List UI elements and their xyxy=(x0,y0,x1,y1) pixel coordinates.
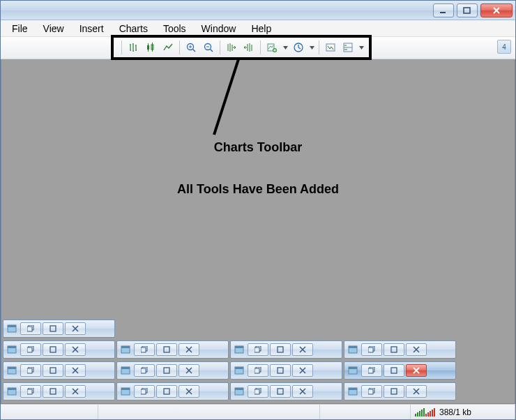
child-maximize-button[interactable] xyxy=(270,343,291,356)
child-close-button[interactable] xyxy=(292,343,313,356)
svg-rect-47 xyxy=(368,347,373,352)
svg-rect-67 xyxy=(368,368,373,373)
maximize-button[interactable] xyxy=(457,3,478,17)
indicators-dropdown[interactable] xyxy=(282,40,289,55)
toolbar-separator xyxy=(319,40,319,54)
child-window-tab[interactable] xyxy=(3,361,115,380)
chart-shift-icon[interactable] xyxy=(241,40,257,55)
chart-window-icon xyxy=(232,343,246,356)
svg-rect-60 xyxy=(235,367,243,369)
child-close-button[interactable] xyxy=(65,343,86,356)
child-maximize-button[interactable] xyxy=(43,385,63,398)
child-window-tab[interactable] xyxy=(344,382,456,400)
child-close-button[interactable] xyxy=(406,364,427,377)
child-restore-button[interactable] xyxy=(248,343,268,356)
child-window-tab[interactable] xyxy=(116,361,229,380)
child-close-button[interactable] xyxy=(65,385,86,398)
child-restore-button[interactable] xyxy=(134,364,155,377)
child-restore-button[interactable] xyxy=(248,385,268,398)
svg-rect-63 xyxy=(278,368,283,373)
svg-rect-88 xyxy=(391,389,397,394)
app-window: File View Insert Charts Tools Window Hel… xyxy=(0,0,516,420)
child-restore-button[interactable] xyxy=(361,364,382,377)
child-window-tab[interactable] xyxy=(230,382,342,400)
chart-window-icon xyxy=(119,385,132,398)
child-close-button[interactable] xyxy=(65,322,86,335)
child-restore-button[interactable] xyxy=(20,364,41,377)
child-window-tab[interactable] xyxy=(3,340,115,359)
chart-window-icon xyxy=(346,343,360,356)
child-maximize-button[interactable] xyxy=(43,364,63,377)
svg-rect-68 xyxy=(391,368,397,373)
child-close-button[interactable] xyxy=(179,364,199,377)
child-restore-button[interactable] xyxy=(20,322,41,335)
child-close-button[interactable] xyxy=(292,364,313,377)
child-close-button[interactable] xyxy=(65,364,86,377)
chart-window-icon xyxy=(232,385,246,398)
alerts-badge[interactable]: 4 xyxy=(497,40,511,54)
child-restore-button[interactable] xyxy=(134,343,155,356)
child-restore-button[interactable] xyxy=(20,343,41,356)
svg-rect-82 xyxy=(255,389,259,394)
menu-insert[interactable]: Insert xyxy=(73,22,111,36)
child-close-button[interactable] xyxy=(292,385,313,398)
child-close-button[interactable] xyxy=(179,343,199,356)
menu-charts[interactable]: Charts xyxy=(112,22,155,36)
templates-icon[interactable] xyxy=(323,40,338,55)
tile-dropdown[interactable] xyxy=(358,40,365,55)
svg-rect-87 xyxy=(368,389,373,394)
svg-rect-37 xyxy=(141,347,146,352)
child-window-tab[interactable] xyxy=(3,382,115,400)
child-close-button[interactable] xyxy=(179,385,199,398)
menu-window[interactable]: Window xyxy=(195,22,243,36)
status-connection[interactable]: 388/1 kb xyxy=(411,405,515,419)
svg-rect-45 xyxy=(349,346,357,348)
menu-help[interactable]: Help xyxy=(244,22,278,36)
periods-dropdown[interactable] xyxy=(308,40,315,55)
child-maximize-button[interactable] xyxy=(156,385,177,398)
svg-rect-40 xyxy=(235,346,243,348)
menu-tools[interactable]: Tools xyxy=(156,22,193,36)
child-maximize-button[interactable] xyxy=(43,322,63,335)
candlestick-chart-icon[interactable] xyxy=(143,40,158,55)
child-window-tab[interactable] xyxy=(344,340,456,359)
tile-icon[interactable] xyxy=(340,40,356,55)
child-maximize-button[interactable] xyxy=(384,364,404,377)
periods-icon[interactable] xyxy=(291,40,306,55)
indicators-icon[interactable] xyxy=(264,40,280,55)
child-window-tab[interactable] xyxy=(344,361,456,380)
child-maximize-button[interactable] xyxy=(156,343,177,356)
svg-rect-75 xyxy=(121,388,130,390)
child-maximize-button[interactable] xyxy=(156,364,177,377)
child-restore-button[interactable] xyxy=(361,385,382,398)
child-maximize-button[interactable] xyxy=(270,364,291,377)
child-restore-button[interactable] xyxy=(20,385,41,398)
child-window-tab[interactable] xyxy=(230,361,342,380)
svg-rect-55 xyxy=(121,367,130,369)
child-maximize-button[interactable] xyxy=(384,385,404,398)
child-maximize-button[interactable] xyxy=(384,343,404,356)
child-restore-button[interactable] xyxy=(134,385,155,398)
line-chart-icon[interactable] xyxy=(160,40,176,55)
child-restore-button[interactable] xyxy=(248,364,268,377)
child-maximize-button[interactable] xyxy=(43,343,63,356)
close-button[interactable] xyxy=(480,3,513,17)
zoom-out-icon[interactable] xyxy=(201,40,216,55)
chart-window-icon xyxy=(346,364,360,377)
bar-chart-icon[interactable] xyxy=(126,40,141,55)
child-restore-button[interactable] xyxy=(361,343,382,356)
svg-rect-38 xyxy=(164,347,169,352)
svg-rect-57 xyxy=(141,368,146,373)
child-window-tab[interactable] xyxy=(3,320,115,338)
child-close-button[interactable] xyxy=(406,343,427,356)
child-window-tab[interactable] xyxy=(116,340,229,359)
child-window-tab[interactable] xyxy=(116,382,229,400)
child-window-tab[interactable] xyxy=(230,340,342,359)
menu-view[interactable]: View xyxy=(36,22,71,36)
minimize-button[interactable] xyxy=(433,3,454,17)
auto-scroll-icon[interactable] xyxy=(224,40,239,55)
zoom-in-icon[interactable] xyxy=(183,40,199,55)
child-maximize-button[interactable] xyxy=(270,385,291,398)
menu-file[interactable]: File xyxy=(5,22,35,36)
child-close-button[interactable] xyxy=(406,385,427,398)
